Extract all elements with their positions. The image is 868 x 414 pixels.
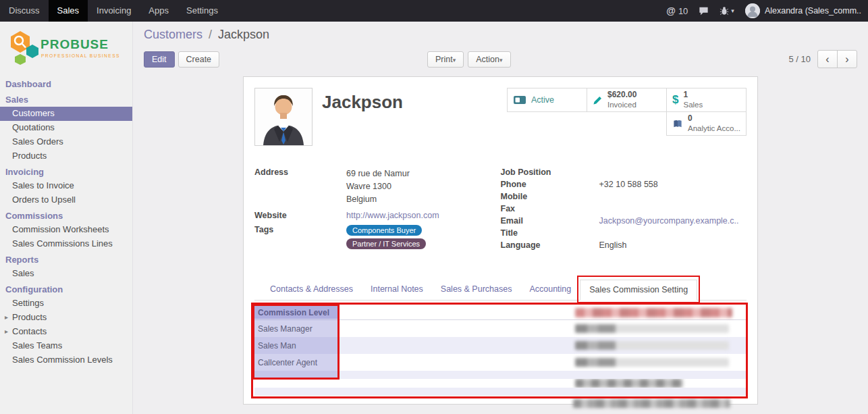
edit-button[interactable]: Edit — [144, 51, 175, 68]
invoiced-stat-button[interactable]: $620.00 Invoiced — [587, 88, 667, 112]
breadcrumb: Customers / Jackpson — [144, 27, 857, 42]
pager-value[interactable]: 5 / 10 — [788, 54, 811, 64]
right-field-column: Job Position Phone +32 10 588 558 Mobile… — [501, 167, 747, 257]
invoiced-label: Invoiced — [607, 100, 636, 109]
topbar-right: @ 10 ▾ Alexandra (Sales_comm.. — [666, 0, 868, 22]
sidebar-item-settings[interactable]: Settings — [0, 296, 132, 311]
sidebar-item-label: Sales to Invoice — [12, 180, 74, 190]
title-field: Title — [501, 228, 747, 238]
title-label: Title — [501, 228, 599, 238]
commission-table-wrap: Commission Level Sales Manager Sales Man — [254, 306, 747, 396]
edit-create-group: Edit Create — [144, 51, 219, 68]
redacted-value — [575, 324, 729, 333]
redacted-value — [575, 341, 729, 350]
messages-icon[interactable] — [699, 6, 709, 16]
tab-sales-commission-setting[interactable]: Sales Commission Setting — [580, 280, 697, 301]
tab-contacts-addresses[interactable]: Contacts & Addresses — [261, 280, 362, 300]
probuse-logo[interactable]: PROBUSE PROFESSIONAL BUSINESS — [0, 22, 132, 76]
analytic-count-value: 0 — [688, 113, 740, 124]
menu-apps[interactable]: Apps — [140, 0, 178, 22]
sidebar-item-config-contacts[interactable]: ▸Contacts — [0, 325, 132, 339]
at-mention-icon: @ — [666, 5, 676, 16]
sidebar-item-sales-commissions-lines[interactable]: Sales Commissions Lines — [0, 237, 132, 251]
sidebar-heading-commissions[interactable]: Commissions — [0, 207, 132, 223]
topbar-spacer — [227, 0, 666, 22]
address-field: Address 69 rue de Namur Wavre 1300 Belgi… — [254, 167, 501, 206]
sidebar-item-commission-worksheets[interactable]: Commission Worksheets — [0, 223, 132, 237]
debug-icon[interactable]: ▾ — [720, 6, 734, 16]
phone-value: +32 10 588 558 — [599, 180, 658, 190]
commission-level-cell: Callcenter Agent — [254, 354, 572, 371]
tab-sales-purchases[interactable]: Sales & Purchases — [432, 280, 521, 300]
form-sheet: Jackpson Active $620.00 Invoiced — [243, 76, 758, 405]
caret-down-icon: ▾ — [731, 7, 734, 14]
sidebar-item-orders-to-upsell[interactable]: Orders to Upsell — [0, 193, 132, 207]
commission-level-cell: Sales Manager — [254, 320, 572, 338]
sidebar-heading-configuration[interactable]: Configuration — [0, 281, 132, 296]
analytic-book-icon — [672, 119, 683, 129]
sidebar-heading-dashboard[interactable]: Dashboard — [0, 76, 132, 91]
control-panel-buttons: Edit Create Print▾ Action▾ 5 / 10 ‹ › — [144, 50, 857, 68]
create-button[interactable]: Create — [178, 51, 220, 68]
pager-next-button[interactable]: › — [837, 50, 857, 68]
email-label: Email — [501, 216, 599, 226]
menu-sales[interactable]: Sales — [49, 0, 88, 22]
redacted-value — [575, 379, 683, 388]
phone-label: Phone — [501, 180, 599, 190]
redacted-header-value — [575, 308, 732, 317]
sidebar-item-sales-to-invoice[interactable]: Sales to Invoice — [0, 179, 132, 193]
menu-settings[interactable]: Settings — [178, 0, 227, 22]
redacted-value — [573, 399, 730, 408]
sidebar-heading-invoicing[interactable]: Invoicing — [0, 163, 132, 179]
sidebar-item-label: Orders to Upsell — [12, 195, 76, 205]
user-menu[interactable]: Alexandra (Sales_comm.. — [745, 3, 861, 18]
logo-text: PROBUSE — [40, 37, 109, 51]
sidebar-item-sales-teams[interactable]: Sales Teams — [0, 339, 132, 353]
menu-discuss[interactable]: Discuss — [0, 0, 49, 22]
invoiced-value: $620.00 — [607, 90, 636, 100]
chevron-right-icon: ▸ — [5, 327, 8, 336]
mention-counter-button[interactable]: @ 10 — [666, 5, 688, 16]
table-row-sales-man[interactable]: Sales Man — [254, 337, 747, 354]
pager-previous-button[interactable]: ‹ — [817, 50, 838, 68]
sidebar-heading-sales[interactable]: Sales — [0, 91, 132, 107]
sidebar-item-label: Sales Teams — [12, 340, 62, 351]
tab-accounting[interactable]: Accounting — [520, 280, 580, 300]
fax-field: Fax — [501, 204, 747, 214]
analytic-accounts-stat-button[interactable]: 0 Analytic Acco... — [666, 111, 747, 136]
sidebar: PROBUSE PROFESSIONAL BUSINESS Dashboard … — [0, 22, 133, 414]
table-empty-row — [254, 379, 747, 388]
column-header-redacted — [572, 306, 747, 320]
sidebar-heading-reports[interactable]: Reports — [0, 251, 132, 267]
sidebar-nav: Dashboard Sales Customers Quotations Sal… — [0, 76, 132, 367]
sidebar-item-sales-orders[interactable]: Sales Orders — [0, 135, 132, 149]
sidebar-item-quotations[interactable]: Quotations — [0, 121, 132, 135]
redacted-cell — [572, 337, 747, 354]
field-groups: Address 69 rue de Namur Wavre 1300 Belgi… — [254, 167, 747, 257]
sidebar-item-config-products[interactable]: ▸Products — [0, 311, 132, 325]
sidebar-item-reports-sales[interactable]: Sales — [0, 267, 132, 281]
table-row-callcenter-agent[interactable]: Callcenter Agent — [254, 354, 747, 371]
active-toggle-button[interactable]: Active — [507, 88, 587, 112]
active-label: Active — [531, 95, 554, 105]
action-dropdown-button[interactable]: Action▾ — [468, 51, 510, 68]
sidebar-item-sales-commission-levels[interactable]: Sales Commission Levels — [0, 353, 132, 367]
tags-field: Tags Components Buyer Partner / IT Servi… — [254, 225, 501, 252]
website-link[interactable]: http://www.jackpson.com — [346, 211, 439, 220]
menu-invoicing[interactable]: Invoicing — [88, 0, 140, 22]
print-dropdown-button[interactable]: Print▾ — [427, 51, 464, 68]
table-empty-row — [254, 388, 747, 396]
mobile-field: Mobile — [501, 192, 747, 202]
column-header-commission-level: Commission Level — [254, 306, 572, 320]
address-value: 69 rue de Namur Wavre 1300 Belgium — [346, 167, 410, 206]
table-row-sales-manager[interactable]: Sales Manager — [254, 320, 747, 338]
pager-buttons: ‹ › — [817, 50, 857, 68]
breadcrumb-current: Jackpson — [218, 28, 269, 41]
breadcrumb-customers-link[interactable]: Customers — [144, 28, 202, 41]
sales-stat-button[interactable]: $ 1 Sales — [666, 88, 747, 112]
sidebar-item-customers[interactable]: Customers — [0, 107, 132, 121]
email-link[interactable]: Jackpson@yourcompany.example.c.. — [599, 216, 739, 226]
tab-internal-notes[interactable]: Internal Notes — [362, 280, 432, 300]
redacted-cell — [572, 354, 747, 371]
sidebar-item-products[interactable]: Products — [0, 149, 132, 163]
